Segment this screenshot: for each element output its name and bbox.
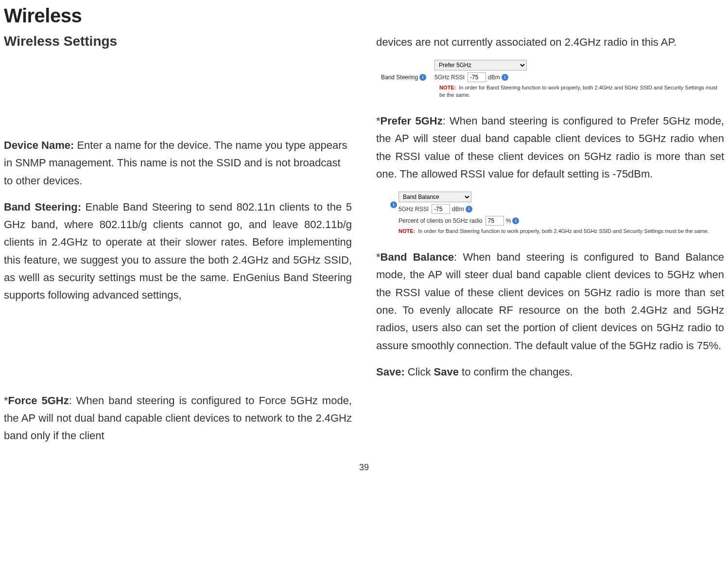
rssi-unit: dBm [452, 206, 464, 213]
band-steering-screenshot-balance: i Band Balance 5GHz RSSI dBm i Percent o… [376, 192, 724, 235]
prefer-5ghz-paragraph: *Prefer 5GHz: When band steering is conf… [376, 112, 724, 183]
pct-input[interactable] [485, 216, 504, 226]
ss2-body: Band Balance 5GHz RSSI dBm i Percent of … [399, 192, 724, 235]
band-steering-label: Band Steering: [4, 201, 81, 213]
note-text: In order for Band Steering function to w… [439, 85, 717, 98]
note-text: In order for Band Steering function to w… [418, 228, 709, 234]
band-steering-screenshot-prefer5: Prefer 5GHz Band Steering i 5GHz RSSI dB… [376, 60, 724, 99]
force-5ghz-paragraph: *Force 5GHz: When band steering is confi… [4, 392, 352, 445]
info-icon[interactable]: i [502, 74, 508, 81]
right-column: devices are not currently associated on … [376, 34, 724, 454]
rssi-input[interactable] [432, 204, 450, 214]
ss1-main-row: Band Steering i 5GHz RSSI dBm i [376, 72, 724, 82]
info-icon[interactable]: i [466, 206, 472, 213]
rssi-label: 5GHz RSSI [399, 206, 429, 213]
ss2-select-row: Band Balance [399, 192, 724, 202]
band-balance-prefix: * [376, 251, 381, 263]
prefer-5ghz-prefix: * [376, 115, 381, 127]
rssi-unit: dBm [488, 74, 500, 81]
continuation-text: devices are not currently associated on … [376, 34, 724, 51]
page-number: 39 [4, 463, 724, 473]
band-steering-text-label: Band Steering [381, 74, 418, 81]
ss2-rssi-row: 5GHz RSSI dBm i [399, 204, 724, 214]
force-5ghz-label: Force 5GHz [8, 394, 69, 407]
note-label: NOTE: [399, 228, 415, 234]
ss2-pct-row: Percent of clients on 5GHz radio % i [399, 216, 724, 226]
band-steering-text: Enable Band Steering to send 802.11n cli… [4, 201, 352, 301]
device-name-label: Device Name: [4, 139, 74, 151]
pct-label: Percent of clients on 5GHz radio [399, 217, 483, 224]
band-balance-mode-select[interactable]: Band Balance [399, 192, 471, 202]
save-text2: to confirm the changes. [459, 366, 573, 378]
band-steering-paragraph: Band Steering: Enable Band Steering to s… [4, 198, 352, 304]
band-balance-text: : When band steering is configured to Ba… [376, 251, 724, 351]
band-steering-mode-select[interactable]: Prefer 5GHz [434, 60, 527, 71]
ss1-note: NOTE:In order for Band Steering function… [376, 84, 724, 99]
pct-unit: % [506, 217, 511, 224]
save-paragraph: Save: Click Save to confirm the changes. [376, 363, 724, 381]
ss2-note: NOTE:In order for Band Steering function… [399, 228, 724, 235]
device-name-paragraph: Device Name: Enter a name for the device… [4, 137, 352, 190]
left-column: Wireless Settings Device Name: Enter a n… [4, 34, 352, 454]
info-icon[interactable]: i [419, 74, 426, 81]
note-label: NOTE: [439, 85, 456, 90]
ss2-left-icon: i [376, 192, 399, 208]
save-label: Save: [376, 366, 405, 378]
band-balance-label: Band Balance [381, 251, 454, 263]
wireless-settings-heading: Wireless Settings [4, 34, 352, 49]
info-icon[interactable]: i [512, 217, 519, 224]
two-column-layout: Wireless Settings Device Name: Enter a n… [4, 34, 724, 454]
rssi-label: 5GHz RSSI [434, 74, 465, 81]
rssi-input[interactable] [468, 72, 486, 82]
prefer-5ghz-label: Prefer 5GHz [381, 115, 443, 127]
ss1-select-row: Prefer 5GHz [376, 60, 724, 71]
save-text1: Click [405, 366, 434, 378]
page-title: Wireless [4, 5, 724, 27]
band-steering-row-label: Band Steering i [381, 74, 434, 81]
band-balance-paragraph: *Band Balance: When band steering is con… [376, 249, 724, 355]
info-icon[interactable]: i [390, 201, 397, 208]
force-5ghz-prefix: * [4, 394, 8, 407]
save-bold: Save [434, 366, 459, 378]
